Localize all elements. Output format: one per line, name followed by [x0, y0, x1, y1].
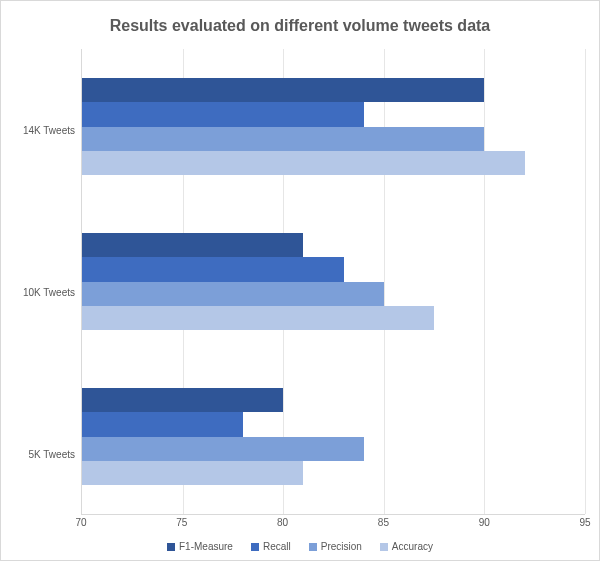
legend-label: Recall: [263, 541, 291, 552]
y-axis: 14K Tweets 10K Tweets 5K Tweets: [15, 49, 81, 535]
y-tick: 5K Tweets: [28, 449, 75, 460]
bar: [82, 437, 364, 461]
bar-group-inner: [82, 388, 585, 484]
bar-group: [82, 49, 585, 204]
bar: [82, 388, 283, 412]
legend-swatch-icon: [167, 543, 175, 551]
legend-item: Recall: [251, 541, 291, 552]
legend-label: F1-Measure: [179, 541, 233, 552]
bar-group: [82, 204, 585, 359]
x-tick: 85: [378, 517, 389, 528]
legend-swatch-icon: [309, 543, 317, 551]
bar: [82, 233, 303, 257]
x-axis: 707580859095: [81, 515, 585, 535]
x-tick: 75: [176, 517, 187, 528]
bar: [82, 102, 364, 126]
bar: [82, 78, 484, 102]
bar: [82, 412, 243, 436]
bar: [82, 461, 303, 485]
plot-area: [81, 49, 585, 515]
bar: [82, 282, 384, 306]
bar: [82, 127, 484, 151]
gridline: [585, 49, 586, 514]
bar-groups: [82, 49, 585, 514]
bar-group-inner: [82, 78, 585, 174]
chart-title: Results evaluated on different volume tw…: [15, 17, 585, 35]
x-tick: 90: [479, 517, 490, 528]
x-tick: 80: [277, 517, 288, 528]
bar: [82, 257, 344, 281]
legend: F1-MeasureRecallPrecisionAccuracy: [15, 541, 585, 552]
legend-item: Precision: [309, 541, 362, 552]
legend-item: Accuracy: [380, 541, 433, 552]
bar: [82, 151, 525, 175]
bar-group: [82, 359, 585, 514]
chart-body: 14K Tweets 10K Tweets 5K Tweets 70758085…: [15, 49, 585, 535]
legend-swatch-icon: [380, 543, 388, 551]
legend-label: Accuracy: [392, 541, 433, 552]
y-tick: 14K Tweets: [23, 125, 75, 136]
plot-wrap: 707580859095: [81, 49, 585, 535]
legend-swatch-icon: [251, 543, 259, 551]
chart-frame: Results evaluated on different volume tw…: [0, 0, 600, 561]
legend-item: F1-Measure: [167, 541, 233, 552]
y-tick: 10K Tweets: [23, 287, 75, 298]
legend-label: Precision: [321, 541, 362, 552]
bar: [82, 306, 434, 330]
bar-group-inner: [82, 233, 585, 329]
x-tick: 95: [579, 517, 590, 528]
x-tick: 70: [75, 517, 86, 528]
